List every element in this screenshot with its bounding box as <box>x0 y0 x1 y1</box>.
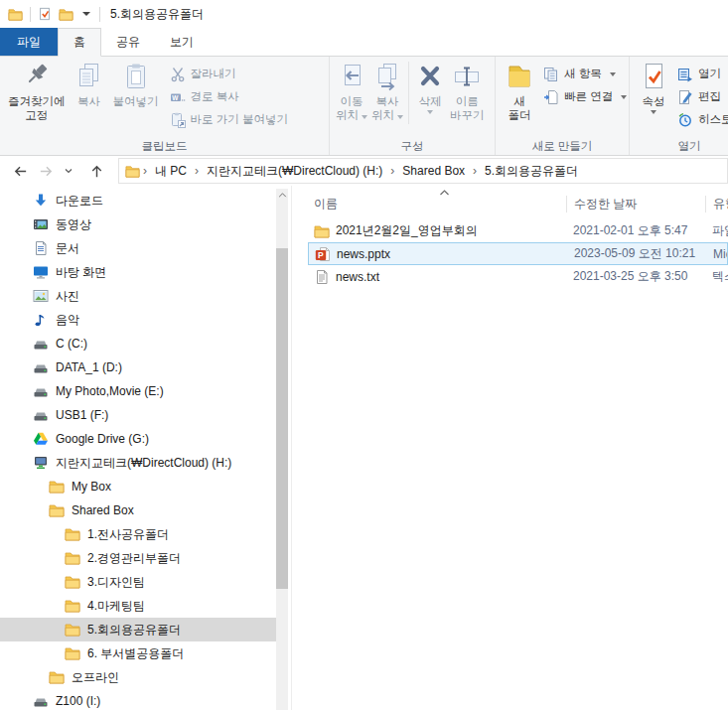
dropdown-arrow-icon <box>427 110 433 114</box>
sidebar-item-google-drive[interactable]: Google Drive (G:) <box>0 427 276 451</box>
google-drive-icon <box>33 431 49 447</box>
sidebar-item-drive-c[interactable]: C (C:) <box>0 332 276 355</box>
edit-pencil-icon <box>677 89 693 105</box>
copy-button[interactable]: 복사 <box>70 58 109 111</box>
sidebar-item-documents[interactable]: 문서 <box>0 236 276 260</box>
new-folder-button[interactable]: 새 폴더 <box>500 58 539 125</box>
easy-access-button[interactable]: 빠른 연결 <box>540 86 630 107</box>
group-inner-divider <box>408 62 409 124</box>
sidebar-item-offline[interactable]: 오프라인 <box>0 665 276 689</box>
scrollbar-up-arrow[interactable] <box>276 189 288 202</box>
sidebar-item-drive-d[interactable]: DATA_1 (D:) <box>0 355 276 379</box>
file-list-pane: 이름 수정한 날짜 유형 2021년2월2일_영업부회의 2021-02-01 … <box>292 186 728 710</box>
breadcrumb-separator: › <box>142 164 148 178</box>
breadcrumb-current-folder[interactable]: 5.회의용공유폴더 <box>480 163 583 180</box>
file-name: 2021년2월2일_영업부회의 <box>336 222 478 239</box>
sidebar-item-my-box[interactable]: My Box <box>0 475 276 498</box>
folder-icon <box>65 622 80 638</box>
folder-icon <box>65 550 80 566</box>
sidebar-item-folder-5-selected[interactable]: 5.회의용공유폴더 <box>0 618 276 641</box>
ribbon-tab-row: 파일 홈 공유 보기 <box>0 28 728 57</box>
column-header-name[interactable]: 이름 <box>308 196 566 213</box>
tab-home[interactable]: 홈 <box>58 28 101 57</box>
sidebar-item-videos[interactable]: 동영상 <box>0 213 276 236</box>
move-to-button[interactable]: 이동 위치 <box>334 58 369 125</box>
paste-icon <box>120 61 152 92</box>
qat-properties-icon[interactable] <box>38 7 52 21</box>
new-item-button[interactable]: 새 항목 <box>540 64 630 84</box>
breadcrumb-separator: › <box>389 164 395 178</box>
sidebar-item-drive-h-directcloud[interactable]: 지란지교테크(₩DirectCloud) (H:) <box>0 451 276 475</box>
sidebar-item-desktop[interactable]: 바탕 화면 <box>0 260 276 284</box>
cut-button[interactable]: 잘라내기 <box>167 64 291 84</box>
rename-button[interactable]: 이름 바꾸기 <box>448 58 487 125</box>
sidebar-item-pictures[interactable]: 사진 <box>0 284 276 308</box>
column-header-date-modified[interactable]: 수정한 날짜 <box>566 196 705 213</box>
delete-button[interactable]: 삭제 <box>412 58 448 117</box>
ribbon: 즐겨찾기에 고정 복사 붙여넣기 잘라내기 경로 복사 <box>0 57 728 156</box>
recent-locations-button[interactable] <box>64 166 73 176</box>
sidebar-item-folder-1[interactable]: 1.전사공유폴더 <box>0 522 276 546</box>
breadcrumb-my-pc[interactable]: 내 PC <box>150 163 192 180</box>
text-file-icon <box>314 269 330 285</box>
breadcrumb-separator: › <box>194 164 200 178</box>
sidebar-item-drive-e[interactable]: My Photo,Movie (E:) <box>0 379 276 403</box>
new-item-icon <box>543 67 559 82</box>
tab-share[interactable]: 공유 <box>101 28 155 56</box>
paste-button[interactable]: 붙여넣기 <box>109 58 163 111</box>
chevron-down-icon <box>64 166 73 176</box>
file-row-folder[interactable]: 2021년2월2일_영업부회의 2021-02-01 오후 5:47 파일 폴더 <box>308 219 728 242</box>
back-button[interactable] <box>12 163 29 180</box>
sidebar-item-shared-box[interactable]: Shared Box <box>0 498 276 522</box>
copy-path-button[interactable]: 경로 복사 <box>167 86 291 107</box>
navigation-pane: 다운로드 동영상 문서 바탕 화면 사진 <box>0 186 292 710</box>
sidebar-item-music[interactable]: 음악 <box>0 308 276 332</box>
file-name: news.pptx <box>337 247 390 261</box>
sidebar-item-drive-f[interactable]: USB1 (F:) <box>0 403 276 427</box>
file-explorer-window: 5.회의용공유폴더 파일 홈 공유 보기 즐겨찾기에 고정 복사 붙여넣기 <box>0 0 728 710</box>
address-bar: › 내 PC › 지란지교테크(₩DirectCloud) (H:) › Sha… <box>0 156 728 187</box>
ribbon-group-new: 새 폴더 새 항목 빠른 연결 새로 만들기 <box>496 57 630 155</box>
sidebar-item-folder-4[interactable]: 4.마케팅팀 <box>0 594 276 618</box>
sidebar-item-drive-i[interactable]: Z100 (I:) <box>0 689 276 710</box>
properties-button[interactable]: 속성 <box>634 58 673 117</box>
tab-view[interactable]: 보기 <box>155 28 209 56</box>
list-header-row: 이름 수정한 날짜 유형 <box>308 189 728 219</box>
copy-path-icon <box>170 89 186 105</box>
open-button[interactable]: 열기 <box>674 64 728 84</box>
breadcrumb-shared-box[interactable]: Shared Box <box>397 164 470 178</box>
history-button[interactable]: 히스토리 <box>674 109 728 130</box>
rename-icon <box>451 61 483 92</box>
scrollbar-thumb[interactable] <box>276 248 288 589</box>
sidebar-item-folder-3[interactable]: 3.디자인팀 <box>0 570 276 594</box>
file-row-news-txt[interactable]: news.txt 2021-03-25 오후 3:50 텍스트 문서 <box>308 265 728 288</box>
copy-to-icon <box>371 61 403 92</box>
forward-button[interactable] <box>38 163 55 180</box>
edit-button[interactable]: 편집 <box>674 86 728 107</box>
sidebar-item-downloads[interactable]: 다운로드 <box>0 189 276 213</box>
breadcrumb-drive-h[interactable]: 지란지교테크(₩DirectCloud) (H:) <box>202 163 387 180</box>
sidebar-item-folder-6[interactable]: 6. 부서별공용폴더 <box>0 641 276 665</box>
sidebar-scrollbar[interactable] <box>276 189 288 710</box>
address-breadcrumb-bar[interactable]: › 내 PC › 지란지교테크(₩DirectCloud) (H:) › Sha… <box>118 158 728 184</box>
pin-to-favorites-button[interactable]: 즐겨찾기에 고정 <box>4 58 70 125</box>
qat-new-folder-icon[interactable] <box>59 7 73 22</box>
downloads-icon <box>33 193 49 209</box>
chevron-up-icon <box>278 193 287 198</box>
title-bar: 5.회의용공유폴더 <box>0 0 728 28</box>
group-label-organize: 구성 <box>330 139 495 154</box>
ribbon-group-clipboard: 즐겨찾기에 고정 복사 붙여넣기 잘라내기 경로 복사 <box>0 57 330 155</box>
sidebar-item-folder-2[interactable]: 2.경영관리부폴더 <box>0 546 276 570</box>
paste-shortcut-button[interactable]: 바로 가기 붙여넣기 <box>167 109 291 130</box>
copy-to-button[interactable]: 복사 위치 <box>369 58 405 125</box>
dropdown-arrow-icon <box>621 95 627 99</box>
tab-file[interactable]: 파일 <box>0 28 58 56</box>
folder-icon <box>49 502 65 518</box>
content-area: 다운로드 동영상 문서 바탕 화면 사진 <box>0 186 728 710</box>
history-clock-icon <box>677 112 693 128</box>
column-header-type[interactable]: 유형 <box>705 196 728 213</box>
qat-customize-dropdown-icon[interactable] <box>82 12 90 16</box>
up-button[interactable] <box>88 163 105 180</box>
copy-icon <box>73 61 105 92</box>
file-row-news-pptx[interactable]: news.pptx 2023-05-09 오전 10:21 Microsoft … <box>308 242 728 265</box>
